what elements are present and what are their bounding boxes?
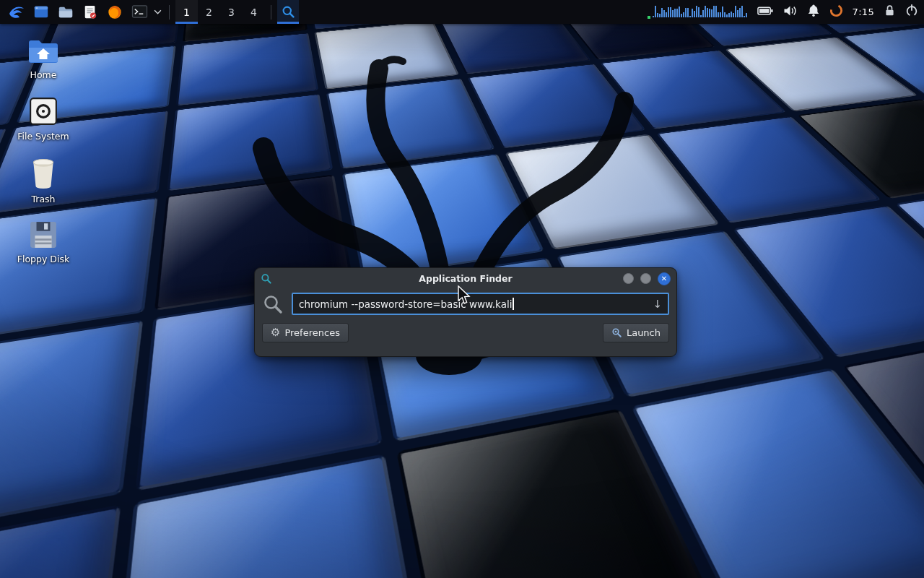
window-controls: ✕ — [623, 272, 671, 285]
desktop-icon-label: Home — [30, 69, 57, 80]
home-folder-icon — [27, 38, 60, 65]
status-ring-icon — [829, 4, 843, 17]
history-dropdown-arrow[interactable]: ↓ — [647, 298, 662, 311]
launch-button[interactable]: Launch — [603, 323, 669, 342]
application-finder-window: Application Finder ✕ chromium --password… — [254, 267, 677, 357]
search-icon — [262, 293, 284, 315]
panel-left-group: 1 2 3 4 — [0, 0, 299, 24]
minimize-button[interactable] — [623, 273, 634, 284]
desktop-icon-file-system[interactable]: File System — [9, 96, 78, 142]
maximize-button[interactable] — [640, 273, 651, 284]
preferences-button-label: Preferences — [284, 327, 339, 338]
search-icon — [282, 5, 295, 19]
terminal-dropdown-button[interactable] — [152, 0, 163, 24]
launch-icon — [611, 327, 622, 338]
panel-separator — [271, 5, 271, 20]
battery-icon — [757, 4, 774, 17]
taskbar-appfinder-button[interactable] — [277, 0, 299, 24]
lock-icon — [884, 4, 896, 17]
notifications-indicator[interactable] — [807, 4, 820, 20]
file-system-drive-icon — [28, 96, 58, 126]
chevron-down-icon — [154, 9, 162, 14]
desktop-icon-label: File System — [17, 131, 69, 142]
text-editor-button[interactable] — [78, 0, 103, 24]
kali-menu-button[interactable] — [4, 0, 29, 24]
volume-indicator[interactable] — [783, 4, 798, 20]
gear-icon: ⚙ — [271, 327, 280, 338]
search-input-text: chromium --password-store=basic www.kali — [299, 298, 512, 310]
button-row: ⚙ Preferences Launch — [262, 323, 669, 342]
trash-can-icon — [30, 158, 57, 189]
folder-icon — [58, 4, 74, 20]
desktop-icon-column: Home File System Trash Floppy Disk — [9, 38, 78, 264]
panel-separator — [169, 5, 170, 20]
text-cursor — [513, 298, 514, 310]
mouse-cursor — [457, 285, 471, 306]
cpu-graph — [653, 3, 748, 20]
desktop-icon-home[interactable]: Home — [9, 38, 78, 80]
battery-indicator[interactable] — [757, 4, 774, 20]
monitor-status-dot — [648, 16, 650, 19]
firefox-icon — [107, 4, 123, 20]
power-icon — [905, 4, 918, 17]
workspace-3[interactable]: 3 — [220, 0, 243, 24]
top-panel: 1 2 3 4 — [0, 0, 924, 24]
terminal-icon — [131, 4, 148, 20]
desktop-icon-trash[interactable]: Trash — [9, 158, 78, 204]
desktop-icon-label: Floppy Disk — [17, 254, 69, 264]
close-icon: ✕ — [661, 275, 667, 282]
show-desktop-button[interactable] — [29, 0, 53, 24]
kali-logo-icon — [8, 4, 25, 21]
panel-right-group: 7:15 — [648, 0, 924, 24]
bell-icon — [807, 4, 820, 17]
desktop-icon-floppy-disk[interactable]: Floppy Disk — [9, 220, 78, 264]
speaker-icon — [783, 4, 798, 17]
window-title: Application Finder — [255, 273, 676, 284]
window-icon — [33, 4, 49, 20]
screen-lock-indicator[interactable] — [884, 4, 896, 20]
terminal-button[interactable] — [127, 0, 152, 24]
workspace-1[interactable]: 1 — [175, 0, 198, 24]
update-status-indicator[interactable] — [829, 4, 843, 20]
launch-button-label: Launch — [627, 327, 661, 338]
system-monitor-graph[interactable] — [648, 4, 748, 20]
preferences-button[interactable]: ⚙ Preferences — [262, 323, 349, 342]
firefox-button[interactable] — [103, 0, 127, 24]
logout-button[interactable] — [905, 4, 918, 20]
search-input[interactable]: chromium --password-store=basic www.kali… — [292, 293, 669, 315]
desktop-icon-label: Trash — [31, 194, 55, 204]
floppy-disk-icon — [29, 220, 58, 249]
workspace-2[interactable]: 2 — [198, 0, 220, 24]
document-icon — [83, 4, 97, 20]
close-button[interactable]: ✕ — [658, 272, 671, 285]
clock[interactable]: 7:15 — [853, 7, 874, 17]
workspace-4[interactable]: 4 — [243, 0, 265, 24]
file-manager-button[interactable] — [53, 0, 78, 24]
